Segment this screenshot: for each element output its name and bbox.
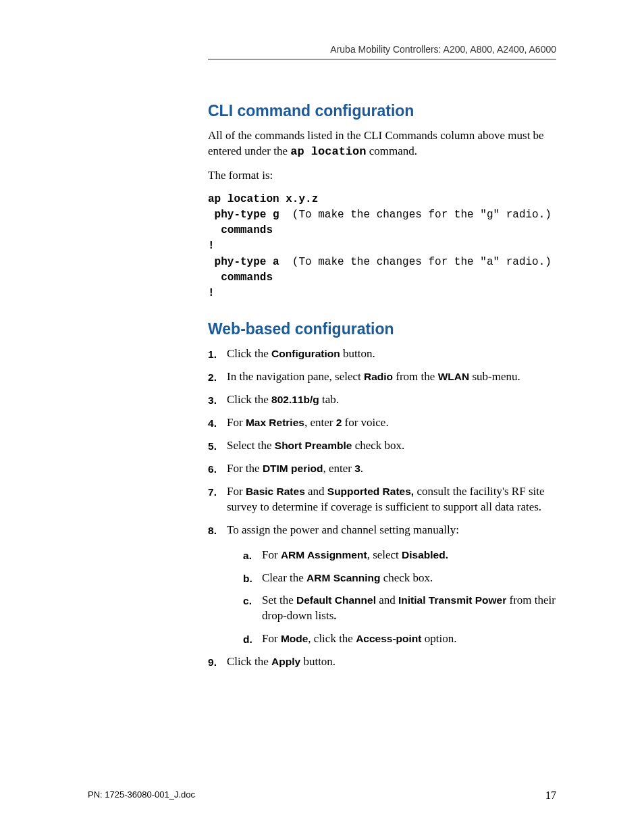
step-text: In the navigation pane, select [227, 370, 364, 383]
step-text: check box. [352, 439, 404, 452]
code-line-2a: phy-type g [208, 209, 292, 221]
step-text: tab. [319, 393, 339, 406]
code-line-1: ap location x.y.z [208, 193, 318, 205]
footer-page-number: 17 [545, 789, 556, 802]
step-bold: 3 [354, 463, 360, 474]
code-block: ap location x.y.z phy-type g (To make th… [208, 192, 556, 301]
step-text: . [360, 462, 363, 475]
step-text: Click the [227, 393, 271, 406]
step-text: button. [300, 655, 336, 668]
step-text: , select [367, 548, 402, 561]
step-bold: Short Preamble [275, 440, 352, 451]
step-bold: Basic Rates [246, 486, 305, 497]
step-text: , enter [304, 416, 336, 429]
step-text: Set the [262, 594, 296, 606]
step-bold: Access-point [356, 633, 421, 644]
step-bold: . [333, 610, 336, 621]
step-text: For [262, 548, 281, 561]
step-bold: Mode [281, 633, 308, 644]
step-bold: Radio [364, 371, 393, 382]
list-item: To assign the power and channel setting … [208, 523, 556, 648]
step-bold: WLAN [438, 371, 470, 382]
list-item: Click the Configuration button. [208, 346, 556, 362]
list-item: Clear the ARM Scanning check box. [243, 571, 556, 586]
list-item: Select the Short Preamble check box. [208, 438, 556, 454]
list-item: In the navigation pane, select Radio fro… [208, 369, 556, 385]
step-bold: Apply [271, 656, 300, 667]
code-line-5-comment: (To make the changes for the "a" radio.) [292, 256, 552, 268]
step-text: Clear the [262, 571, 306, 584]
step-bold: DTIM period [263, 463, 323, 474]
heading-cli: CLI command configuration [208, 102, 556, 120]
cli-intro-text-b: command. [366, 145, 417, 157]
list-item: Click the Apply button. [208, 654, 556, 670]
step-text: For [262, 632, 281, 645]
step-text: button. [340, 347, 375, 360]
cli-intro: All of the commands listed in the CLI Co… [208, 128, 556, 160]
list-item: Set the Default Channel and Initial Tran… [243, 593, 556, 624]
format-label: The format is: [208, 168, 556, 184]
step-text: option. [422, 632, 457, 645]
code-line-5a: phy-type a [208, 256, 292, 268]
list-item: For the DTIM period, enter 3. [208, 461, 556, 477]
footer-pn: PN: 1725-36080-001_J.doc [88, 789, 195, 800]
code-line-2-comment: (To make the changes for the "g" radio.) [292, 209, 552, 221]
step-text: For [227, 416, 246, 429]
step-text: sub-menu. [469, 370, 520, 383]
step-bold: 802.11b/g [271, 394, 319, 405]
step-text: Select the [227, 439, 275, 452]
step-bold: Disabled. [402, 549, 448, 561]
step-text: and [376, 594, 398, 606]
step-bold: ARM Assignment [281, 549, 367, 561]
code-line-4: ! [208, 240, 215, 252]
step-text: Click the [227, 655, 271, 668]
step-text: for voice. [342, 416, 388, 429]
page-header: Aruba Mobility Controllers: A200, A800, … [208, 44, 556, 60]
step-bold: Default Channel [296, 594, 376, 606]
step-bold: Configuration [271, 348, 340, 359]
step-text: and [305, 485, 327, 498]
step-text: from the [393, 370, 438, 383]
cli-intro-mono: ap location [290, 145, 366, 158]
list-item: For Basic Rates and Supported Rates, con… [208, 484, 556, 515]
step-text: check box. [380, 571, 433, 584]
sub-steps-list: For ARM Assignment, select Disabled. Cle… [243, 548, 556, 648]
heading-web: Web-based configuration [208, 320, 556, 338]
list-item: For Mode, click the Access-point option. [243, 631, 556, 647]
step-bold: ARM Scanning [306, 572, 380, 583]
step-bold: 2 [336, 417, 342, 428]
code-line-6: commands [208, 271, 273, 284]
step-text: , click the [308, 632, 356, 645]
step-bold: Supported Rates, [327, 486, 414, 497]
step-text: To assign the power and channel setting … [227, 523, 459, 536]
page-footer: PN: 1725-36080-001_J.doc 17 [88, 789, 556, 802]
step-text: For the [227, 462, 263, 475]
step-bold: Max Retries [246, 417, 304, 428]
code-line-3: commands [208, 224, 273, 236]
code-line-7: ! [208, 287, 215, 299]
web-steps-list: Click the Configuration button. In the n… [208, 346, 556, 670]
list-item: For ARM Assignment, select Disabled. [243, 548, 556, 563]
list-item: For Max Retries, enter 2 for voice. [208, 415, 556, 431]
step-bold: Initial Transmit Power [398, 594, 506, 606]
step-text: For [227, 485, 246, 498]
step-text: Click the [227, 347, 271, 360]
step-text: , enter [323, 462, 354, 475]
list-item: Click the 802.11b/g tab. [208, 392, 556, 408]
